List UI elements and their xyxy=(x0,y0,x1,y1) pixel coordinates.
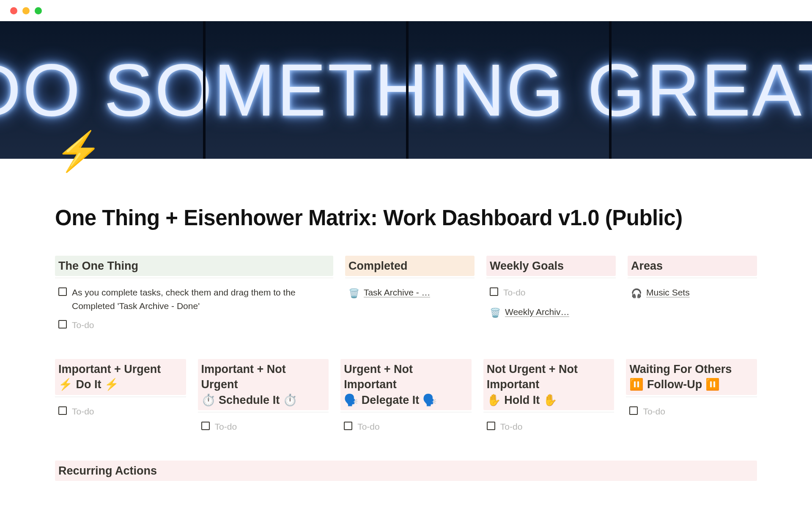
window-chrome xyxy=(0,0,812,21)
checkbox[interactable] xyxy=(487,422,495,430)
row-top-sections: The One Thing As you complete tasks, che… xyxy=(55,256,757,334)
checkbox[interactable] xyxy=(344,422,352,430)
page-link-item[interactable]: 🎧 Music Sets xyxy=(628,284,757,302)
todo-placeholder[interactable]: To-do xyxy=(500,420,523,433)
todo-item[interactable]: To-do xyxy=(198,418,329,435)
checkbox[interactable] xyxy=(58,287,67,296)
headphones-icon: 🎧 xyxy=(631,287,641,300)
section-recurring-actions: Recurring Actions xyxy=(55,461,757,483)
window-close-button[interactable] xyxy=(10,7,17,14)
divider xyxy=(486,278,616,278)
section-heading-q4[interactable]: Not Urgent + Not Important ✋ Hold It ✋ xyxy=(483,359,614,410)
section-weekly-goals: Weekly Goals To-do 🗑️ Weekly Archiv… xyxy=(486,256,616,334)
todo-placeholder[interactable]: To-do xyxy=(72,405,94,418)
todo-item[interactable]: To-do xyxy=(55,403,186,420)
divider xyxy=(628,278,757,278)
section-heading-one-thing[interactable]: The One Thing xyxy=(55,256,333,276)
checkbox[interactable] xyxy=(58,320,67,329)
section-areas: Areas 🎧 Music Sets xyxy=(628,256,757,334)
divider xyxy=(483,412,614,412)
divider xyxy=(55,278,333,278)
checkbox[interactable] xyxy=(490,287,498,296)
section-heading-recurring[interactable]: Recurring Actions xyxy=(55,461,757,481)
page-link-item[interactable]: 🗑️ Weekly Archiv… xyxy=(486,304,616,321)
todo-placeholder[interactable]: To-do xyxy=(72,318,94,332)
page-link-item[interactable]: 🗑️ Task Archive - … xyxy=(345,284,475,302)
section-waiting-for-others: Waiting For Others ⏸️ Follow-Up ⏸️ To-do xyxy=(626,359,757,435)
section-heading-weekly-goals[interactable]: Weekly Goals xyxy=(486,256,616,276)
divider xyxy=(626,397,757,397)
section-the-one-thing: The One Thing As you complete tasks, che… xyxy=(55,256,333,334)
section-important-urgent: Important + Urgent ⚡ Do It ⚡ To-do xyxy=(55,359,186,435)
divider xyxy=(198,412,329,412)
divider xyxy=(345,278,475,278)
todo-placeholder[interactable]: To-do xyxy=(503,286,526,299)
section-urgent-not-important: Urgent + Not Important 🗣️ Delegate It 🗣️… xyxy=(340,359,472,435)
todo-text[interactable]: As you complete tasks, check them and dr… xyxy=(72,286,330,312)
trash-icon: 🗑️ xyxy=(490,306,500,320)
window-maximize-button[interactable] xyxy=(35,7,42,14)
todo-item[interactable]: To-do xyxy=(626,403,757,420)
checkbox[interactable] xyxy=(58,406,67,415)
section-heading-q1[interactable]: Important + Urgent ⚡ Do It ⚡ xyxy=(55,359,186,395)
section-heading-q3[interactable]: Urgent + Not Important 🗣️ Delegate It 🗣️ xyxy=(340,359,472,410)
cover-divider xyxy=(203,21,206,159)
page-content: One Thing + Eisenhower Matrix: Work Dash… xyxy=(0,159,812,483)
cover-divider xyxy=(406,21,409,159)
row-recurring: Recurring Actions xyxy=(55,461,757,483)
divider xyxy=(340,412,472,412)
page-link-text: Task Archive - … xyxy=(364,286,431,299)
section-heading-areas[interactable]: Areas xyxy=(628,256,757,276)
todo-item[interactable]: To-do xyxy=(483,418,614,435)
checkbox[interactable] xyxy=(201,422,210,430)
section-not-urgent-not-important: Not Urgent + Not Important ✋ Hold It ✋ T… xyxy=(483,359,614,435)
todo-item[interactable]: To-do xyxy=(340,418,472,435)
section-heading-q2[interactable]: Important + Not Urgent ⏱️ Schedule It ⏱️ xyxy=(198,359,329,410)
page-title[interactable]: One Thing + Eisenhower Matrix: Work Dash… xyxy=(55,205,757,230)
section-heading-waiting[interactable]: Waiting For Others ⏸️ Follow-Up ⏸️ xyxy=(626,359,757,395)
divider xyxy=(55,397,186,397)
checkbox[interactable] xyxy=(629,406,638,415)
section-important-not-urgent: Important + Not Urgent ⏱️ Schedule It ⏱️… xyxy=(198,359,329,435)
todo-item[interactable]: As you complete tasks, check them and dr… xyxy=(55,284,333,314)
section-heading-completed[interactable]: Completed xyxy=(345,256,475,276)
window-minimize-button[interactable] xyxy=(22,7,30,14)
page-icon[interactable]: ⚡ xyxy=(55,129,102,174)
todo-placeholder[interactable]: To-do xyxy=(215,420,237,433)
trash-icon: 🗑️ xyxy=(348,287,359,300)
todo-placeholder[interactable]: To-do xyxy=(643,405,665,418)
page-link-text: Weekly Archiv… xyxy=(505,305,570,319)
row-eisenhower-quadrants: Important + Urgent ⚡ Do It ⚡ To-do Impor… xyxy=(55,359,757,435)
page-link-text: Music Sets xyxy=(646,286,690,299)
todo-item[interactable]: To-do xyxy=(486,284,616,301)
cover-image[interactable]: DO SOMETHING GREAT xyxy=(0,21,812,159)
section-completed: Completed 🗑️ Task Archive - … xyxy=(345,256,475,334)
cover-divider xyxy=(609,21,612,159)
todo-item[interactable]: To-do xyxy=(55,317,333,334)
todo-placeholder[interactable]: To-do xyxy=(357,420,380,433)
